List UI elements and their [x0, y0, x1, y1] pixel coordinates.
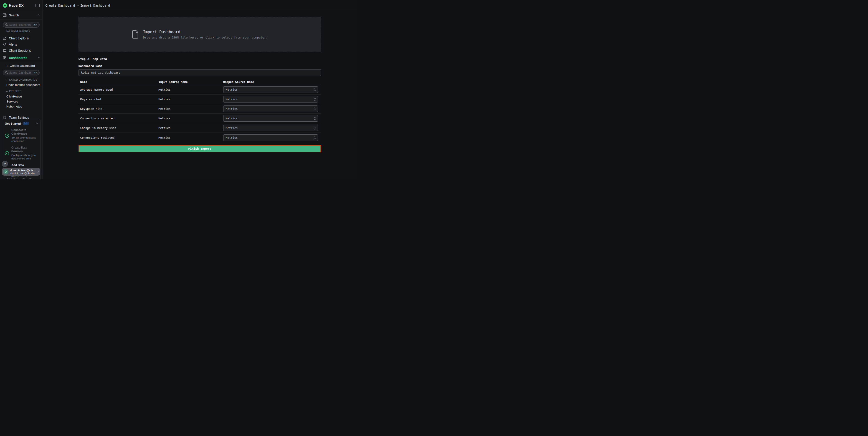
group-saved-dashboards[interactable]: SAVED DASHBOARDS	[0, 78, 42, 81]
row-input-source: Metrics	[159, 97, 223, 101]
section-dashboards[interactable]: Dashboards	[0, 55, 42, 61]
laptop-icon	[3, 49, 7, 52]
progress-badge: 2/3	[23, 122, 29, 125]
header-name: Name	[79, 80, 159, 84]
finish-import-button[interactable]: Finish Import	[79, 145, 321, 152]
get-started-step-sources[interactable]: Create Data Sources Configure where your…	[5, 146, 37, 161]
app-root: HyperDX Search	[0, 0, 357, 179]
chevron-up-icon	[38, 14, 40, 17]
row-name: Connections recieved	[79, 136, 159, 139]
step-title: Step 2: Map Data	[79, 57, 321, 61]
mapped-source-select[interactable]: Metrics	[223, 115, 318, 122]
breadcrumb-create-dashboard[interactable]: Create Dashboard	[45, 4, 75, 7]
mapped-source-select[interactable]: Metrics	[223, 135, 318, 141]
select-updown-icon	[314, 136, 315, 139]
sidebar-collapse-icon[interactable]	[35, 4, 40, 7]
table-row: Keys evicted Metrics Metrics	[79, 94, 321, 104]
breadcrumb-separator: >	[77, 4, 79, 7]
import-dropzone[interactable]: Import Dashboard Drag and drop a JSON fi…	[79, 17, 321, 52]
logo-row: HyperDX	[0, 0, 42, 11]
row-name: Connections rejected	[79, 117, 159, 120]
breadcrumb: Create Dashboard>Import Dashboard	[45, 4, 110, 7]
sidebar-item-client-sessions[interactable]: Client Sessions	[0, 48, 42, 54]
saved-dashboard-item[interactable]: Redis metrics dashboard	[0, 83, 42, 87]
dashboard-name-input[interactable]	[79, 69, 321, 76]
row-name: Change in memory used	[79, 126, 159, 129]
user-name: dominic.tran@clic...	[10, 169, 35, 172]
step-title: Add Data	[11, 164, 32, 167]
plus-icon: +	[6, 64, 8, 67]
dropzone-subtitle: Drag and drop a JSON file here, or click…	[143, 36, 268, 39]
get-started-header[interactable]: Get Started 2/3	[5, 122, 37, 125]
chevron-down-icon	[6, 79, 8, 80]
table-row: Connections recieved Metrics Metrics	[79, 133, 321, 142]
app-title: HyperDX	[9, 3, 24, 7]
no-saved-searches-note: No saved searches	[6, 30, 40, 33]
get-started-step-connect[interactable]: Connect to ClickHouse Set up your databa…	[5, 128, 37, 143]
chevron-down-icon	[6, 90, 8, 92]
preset-item-clickhouse[interactable]: ClickHouse	[0, 95, 42, 98]
create-dashboard-button[interactable]: + Create Dashboard	[0, 63, 42, 68]
header-input-source: Input Source Name	[159, 80, 223, 84]
sidebar-item-chart-explorer[interactable]: Chart Explorer	[0, 35, 42, 41]
search-section-label: Search	[9, 13, 19, 17]
chevron-right-icon	[37, 171, 39, 173]
dashboards-icon	[3, 56, 7, 60]
row-name: Keys evicted	[79, 97, 159, 101]
user-email: dominic.tran@clickho...	[10, 172, 35, 175]
saved-dashboards-input[interactable]: Saved Dashboards ⌘K	[3, 70, 40, 76]
preset-item-kubernetes[interactable]: Kubernetes	[0, 105, 42, 108]
topbar: Create Dashboard>Import Dashboard	[42, 0, 357, 11]
step-subtitle: Configure where your data comes from	[11, 153, 37, 161]
sidebar: HyperDX Search	[0, 0, 42, 179]
group-presets[interactable]: PRESETS	[0, 90, 42, 92]
select-updown-icon	[314, 88, 315, 91]
select-updown-icon	[314, 98, 315, 101]
shortcut-badge: ⌘K	[33, 23, 38, 27]
search-section-icon	[3, 13, 7, 17]
dropzone-title: Import Dashboard	[143, 30, 268, 34]
step-subtitle: Set up your database connection	[11, 136, 37, 143]
mapped-source-select[interactable]: Metrics	[223, 96, 318, 103]
chevron-up-icon	[36, 122, 38, 125]
shortcut-badge: ⌘K	[33, 71, 38, 75]
file-icon	[132, 30, 138, 39]
select-updown-icon	[314, 126, 315, 129]
header-mapped-source: Mapped Source Name	[223, 80, 321, 84]
mapped-source-select[interactable]: Metrics	[223, 106, 318, 112]
dashboard-name-label: Dashboard Name	[79, 64, 321, 68]
dashboards-label: Dashboards	[9, 56, 27, 60]
saved-dashboards-placeholder: Saved Dashboards	[9, 71, 31, 74]
row-input-source: Metrics	[159, 136, 223, 139]
chevron-up-icon	[38, 57, 40, 59]
avatar: D	[3, 169, 8, 174]
saved-searches-input[interactable]: Saved Searches ⌘K	[3, 22, 40, 28]
step-title: Create Data Sources	[11, 146, 37, 153]
row-name: Average memory used	[79, 88, 159, 91]
saved-searches-placeholder: Saved Searches	[9, 23, 31, 26]
section-search[interactable]: Search	[0, 11, 42, 20]
search-icon	[5, 71, 8, 74]
table-row: Average memory used Metrics Metrics	[79, 85, 321, 94]
chart-line-icon	[3, 36, 7, 40]
hyperdx-logo-icon	[3, 3, 7, 8]
row-input-source: Metrics	[159, 126, 223, 129]
mapping-table: Name Input Source Name Mapped Source Nam…	[79, 79, 321, 142]
user-account-chip[interactable]: D dominic.tran@clic... dominic.tran@clic…	[2, 168, 40, 176]
sidebar-item-alerts[interactable]: Alerts	[0, 41, 42, 48]
check-circle-icon	[5, 134, 9, 138]
table-header-row: Name Input Source Name Mapped Source Nam…	[79, 79, 321, 85]
select-updown-icon	[314, 107, 315, 110]
bell-icon	[3, 42, 7, 46]
row-name: Keyspace hits	[79, 107, 159, 111]
preset-item-services[interactable]: Services	[0, 100, 42, 103]
main-area: Create Dashboard>Import Dashboard Import…	[42, 0, 357, 179]
step-title: Connect to ClickHouse	[11, 128, 37, 136]
help-button[interactable]: ?	[2, 161, 8, 167]
mapped-source-select[interactable]: Metrics	[223, 125, 318, 131]
row-input-source: Metrics	[159, 117, 223, 120]
table-row: Connections rejected Metrics Metrics	[79, 114, 321, 123]
row-input-source: Metrics	[159, 88, 223, 91]
mapped-source-select[interactable]: Metrics	[223, 86, 318, 93]
row-input-source: Metrics	[159, 107, 223, 111]
